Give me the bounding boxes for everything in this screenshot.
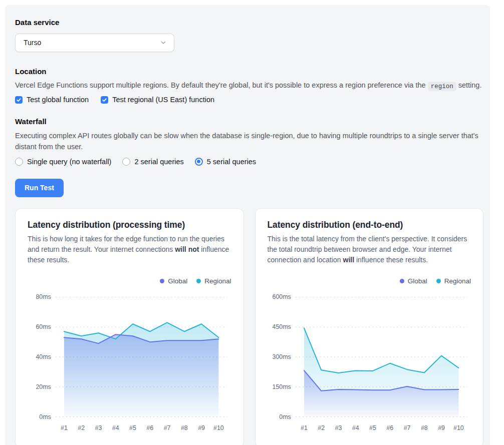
latency-area-chart-processing: 0ms20ms40ms60ms80ms#1#2#3#4#5#6#7#8#9#10 (28, 289, 231, 437)
legend-item-regional: Regional (196, 277, 231, 285)
radio-5-serial-queries[interactable]: 5 serial queries (195, 158, 256, 166)
radio-icon[interactable] (15, 158, 23, 166)
legend-dot-regional (436, 279, 441, 283)
location-checkbox-row: Test global function Test regional (US E… (15, 96, 483, 104)
checkbox-test-global-function[interactable]: Test global function (15, 96, 89, 104)
svg-text:300ms: 300ms (272, 353, 291, 360)
svg-text:#5: #5 (129, 424, 136, 431)
chart-card-end-to-end: Latency distribution (end-to-end) This i… (255, 208, 484, 445)
svg-text:#1: #1 (301, 424, 308, 431)
svg-text:80ms: 80ms (36, 293, 51, 300)
legend-dot-regional (196, 279, 201, 283)
chevron-down-icon (160, 39, 167, 46)
svg-text:#2: #2 (78, 424, 85, 431)
location-description: Vercel Edge Functions support multiple r… (15, 80, 483, 91)
waterfall-heading: Waterfall (15, 117, 483, 127)
waterfall-radio-group: Single query (no waterfall) 2 serial que… (15, 158, 483, 166)
legend-item-global: Global (400, 277, 427, 285)
svg-text:150ms: 150ms (272, 383, 291, 390)
svg-text:#5: #5 (369, 424, 376, 431)
chart-legend: Global Regional (268, 277, 471, 285)
radio-label: Single query (no waterfall) (27, 158, 111, 166)
svg-text:#9: #9 (198, 424, 205, 431)
chart-card-processing-time: Latency distribution (processing time) T… (15, 208, 244, 445)
radio-icon[interactable] (122, 158, 130, 166)
radio-label: 2 serial queries (134, 158, 183, 166)
location-heading: Location (15, 67, 483, 77)
check-icon (102, 97, 107, 103)
radio-2-serial-queries[interactable]: 2 serial queries (122, 158, 183, 166)
checkbox-label: Test global function (27, 96, 89, 104)
svg-text:450ms: 450ms (272, 323, 291, 330)
checkbox-icon[interactable] (101, 96, 108, 104)
svg-text:#4: #4 (112, 424, 119, 431)
svg-text:#6: #6 (146, 424, 153, 431)
svg-text:#2: #2 (318, 424, 325, 431)
latency-area-chart-end-to-end: 0ms150ms300ms450ms600ms#1#2#3#4#5#6#7#8#… (268, 289, 471, 437)
legend-item-global: Global (160, 277, 187, 285)
svg-text:#4: #4 (352, 424, 359, 431)
svg-text:#10: #10 (213, 424, 224, 431)
legend-dot-global (160, 279, 164, 283)
checkbox-label: Test regional (US East) function (112, 96, 214, 104)
legend-dot-global (400, 279, 404, 283)
chart-description: This is how long it takes for the edge f… (28, 234, 231, 265)
radio-label: 5 serial queries (207, 158, 256, 166)
chart-title: Latency distribution (end-to-end) (268, 220, 471, 230)
svg-text:#7: #7 (403, 424, 410, 431)
data-service-heading: Data service (15, 18, 483, 28)
svg-text:#1: #1 (61, 424, 68, 431)
svg-text:#3: #3 (335, 424, 342, 431)
chart-description: This is the total latency from the clien… (268, 234, 471, 265)
svg-text:#9: #9 (438, 424, 445, 431)
svg-text:60ms: 60ms (36, 323, 51, 330)
svg-text:#8: #8 (181, 424, 188, 431)
region-code-chip: region (428, 82, 456, 91)
svg-text:#10: #10 (453, 424, 464, 431)
data-service-select[interactable]: Turso (15, 34, 174, 52)
svg-text:600ms: 600ms (272, 293, 291, 300)
checkbox-test-regional-function[interactable]: Test regional (US East) function (101, 96, 214, 104)
data-service-selected-value: Turso (24, 39, 41, 47)
check-icon (16, 97, 22, 103)
checkbox-icon[interactable] (15, 96, 23, 104)
charts-row: Latency distribution (processing time) T… (15, 208, 483, 445)
legend-item-regional: Regional (436, 277, 471, 285)
svg-text:#7: #7 (164, 424, 171, 431)
svg-text:#8: #8 (420, 424, 427, 431)
svg-text:0ms: 0ms (39, 413, 51, 420)
radio-icon[interactable] (195, 158, 203, 166)
svg-text:40ms: 40ms (36, 353, 51, 360)
waterfall-description: Executing complex API routes globally ca… (15, 130, 483, 153)
svg-text:#3: #3 (95, 424, 102, 431)
svg-text:#6: #6 (386, 424, 393, 431)
svg-text:0ms: 0ms (279, 413, 291, 420)
radio-single-query[interactable]: Single query (no waterfall) (15, 158, 111, 166)
svg-text:20ms: 20ms (36, 383, 51, 390)
settings-panel: Data service Turso Location Vercel Edge … (5, 5, 490, 445)
run-test-button[interactable]: Run Test (15, 179, 64, 197)
chart-legend: Global Regional (28, 277, 231, 285)
chart-title: Latency distribution (processing time) (28, 220, 231, 230)
